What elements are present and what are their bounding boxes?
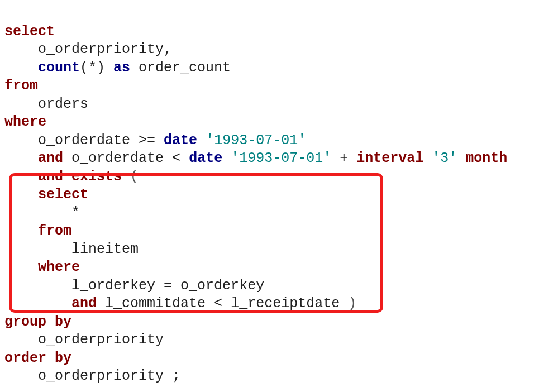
id-l_commitdate: l_commitdate: [105, 295, 206, 312]
id-orders: orders: [38, 96, 88, 112]
alias-order_count: order_count: [139, 60, 231, 76]
kw-interval: interval: [356, 150, 423, 166]
id-o_orderdate2: o_orderdate: [71, 150, 164, 166]
str-d2: '1993-07-01': [231, 150, 331, 166]
id-l_orderkey: l_orderkey: [71, 278, 155, 294]
kw-select: select: [4, 23, 55, 40]
open-paren: (: [130, 169, 139, 185]
kw-and2: and: [38, 169, 63, 185]
kw-where: where: [4, 114, 46, 130]
kw-group-by: group by: [4, 314, 71, 330]
kw-date: date: [164, 132, 197, 149]
id-o_orderpriority: o_orderpriority: [38, 41, 164, 58]
kw-count: count: [38, 60, 80, 76]
semicolon: ;: [172, 368, 180, 384]
kw-select2: select: [38, 187, 88, 203]
kw-where2: where: [38, 259, 80, 275]
id-o_orderkey: o_orderkey: [180, 278, 264, 294]
str-d1: '1993-07-01': [206, 132, 306, 149]
op-eq: =: [164, 278, 172, 294]
kw-exists: exists: [71, 169, 122, 185]
kw-month: month: [465, 150, 507, 166]
op-plus: +: [340, 150, 348, 166]
str-three: '3': [432, 150, 457, 166]
kw-order-by: order by: [4, 350, 71, 366]
sql-code-block: select o_orderpriority, count(*) as orde…: [0, 0, 539, 392]
op-lt: <: [172, 150, 180, 166]
id-o_orderpriority2: o_orderpriority: [38, 332, 164, 348]
count-args: (*): [80, 60, 105, 76]
comma: ,: [164, 41, 172, 58]
close-paren: ): [348, 295, 356, 312]
id-l_receiptdate: l_receiptdate: [231, 295, 340, 312]
kw-as: as: [113, 60, 130, 76]
op-lt2: <: [214, 295, 222, 312]
kw-from: from: [4, 78, 38, 94]
id-o_orderpriority3: o_orderpriority: [38, 368, 164, 384]
id-lineitem: lineitem: [71, 241, 139, 257]
op-gte: >=: [139, 132, 155, 149]
kw-and3: and: [71, 295, 97, 312]
id-o_orderdate: o_orderdate: [38, 132, 130, 149]
kw-date2: date: [189, 150, 222, 166]
star: *: [71, 205, 80, 221]
kw-from2: from: [38, 223, 71, 239]
kw-and: and: [38, 150, 63, 166]
